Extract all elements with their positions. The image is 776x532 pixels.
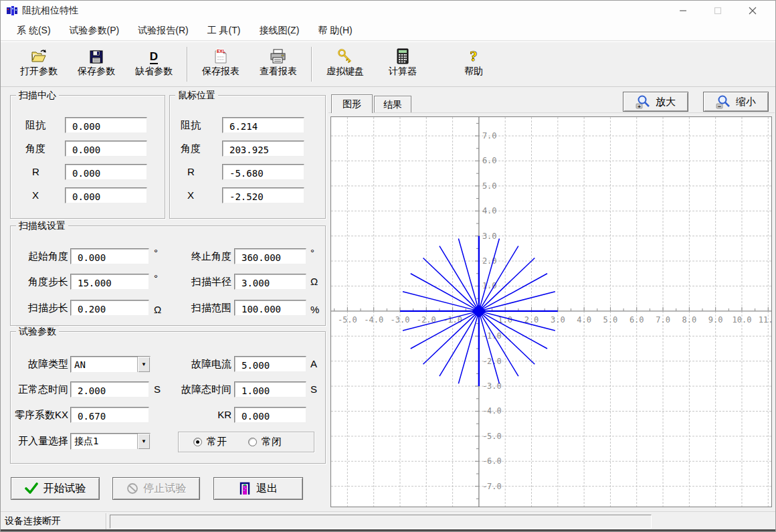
scan-line-group: 扫描线设置 起始角度 ° 终止角度 ° 角度步长 ° 扫描半径 Ω 扫描步长 Ω… [10, 226, 326, 326]
menu-system[interactable]: 系 统(S) [7, 21, 60, 40]
close-icon [749, 7, 757, 15]
stop-test-button: 停止试验 [112, 477, 200, 500]
window-title: 阻抗相位特性 [22, 5, 78, 17]
status-divider [106, 513, 107, 529]
scan-step-input[interactable] [74, 302, 146, 315]
impedance-chart-svg: -6.0-5.0-4.0-3.0-2.0-1.01.02.03.04.05.06… [331, 117, 771, 507]
scan-center-angle-label: 角度 [25, 141, 45, 157]
end-angle-input[interactable] [238, 250, 303, 264]
mouse-position-group: 鼠标位置 阻抗 角度 R X [169, 95, 326, 219]
save-params-button[interactable]: 保存参数 [68, 45, 125, 84]
menu-test-params[interactable]: 试验参数(P) [60, 21, 129, 40]
minimize-icon [679, 7, 687, 15]
test-params-group: 试验参数 故障类型 AN ▼ 故障电流 A 正常态时间 S 故障态时间 S 零序… [10, 331, 326, 464]
start-angle-input[interactable] [74, 250, 146, 264]
normal-time-input[interactable] [74, 383, 146, 397]
toolbar-separator [187, 47, 188, 82]
mouse-impedance-value [226, 119, 301, 132]
kx-label: 零序系数KX [11, 407, 68, 423]
status-bar: 设备连接断开 [1, 511, 775, 531]
svg-text:5.0: 5.0 [603, 315, 618, 325]
question-mark-icon: ? [467, 47, 480, 64]
svg-text:11.0: 11.0 [759, 315, 771, 325]
scan-center-r-input[interactable] [69, 166, 144, 179]
normal-time-unit: S [154, 381, 161, 397]
calculator-button[interactable]: 计算器 [374, 45, 431, 84]
tab-graph[interactable]: 图形 [331, 94, 373, 113]
app-window: 阻抗相位特性 系 统(S) 试验参数(P) 试验报告(R) 工 具(T) 接线图… [0, 0, 776, 532]
maximize-button[interactable] [700, 1, 735, 21]
save-report-button[interactable]: EXL 保存报表 [192, 45, 250, 84]
start-angle-unit: ° [154, 245, 158, 261]
exit-button[interactable]: 退出 [213, 477, 303, 500]
chevron-down-icon[interactable]: ▼ [137, 434, 150, 449]
end-angle-label: 终止角度 [178, 248, 231, 264]
scan-center-x-input[interactable] [69, 189, 144, 203]
mouse-angle-value [226, 143, 301, 156]
fault-type-label: 故障类型 [15, 356, 68, 372]
zoom-in-magnifier-icon: + [636, 94, 650, 109]
menu-tools[interactable]: 工 具(T) [198, 21, 250, 40]
svg-text:7.0: 7.0 [656, 315, 670, 325]
fault-current-input[interactable] [238, 358, 303, 371]
svg-text:5.0: 5.0 [482, 181, 497, 191]
device-status-text: 设备连接断开 [5, 515, 61, 527]
scan-range-input[interactable] [238, 302, 303, 315]
normally-open-radio[interactable]: 常开 [193, 436, 227, 448]
impedance-chart[interactable]: -6.0-5.0-4.0-3.0-2.0-1.01.02.03.04.05.06… [330, 116, 772, 507]
toolbar: 打开参数 保存参数 D 缺省参数 [1, 41, 775, 87]
scan-center-x-label: X [32, 187, 39, 203]
open-params-button[interactable]: 打开参数 [10, 45, 68, 84]
calculator-icon [397, 47, 409, 64]
kx-input[interactable] [74, 409, 146, 422]
scan-center-angle-input[interactable] [69, 143, 144, 156]
default-params-icon: D [150, 47, 158, 64]
svg-text:-4.0: -4.0 [364, 315, 383, 325]
zoom-out-magnifier-icon: − [716, 94, 731, 109]
svg-text:-5.0: -5.0 [338, 315, 357, 325]
open-folder-icon [30, 47, 47, 64]
menu-help[interactable]: 帮 助(H) [308, 21, 361, 40]
mouse-x-value [226, 189, 301, 203]
mouse-angle-label: 角度 [181, 141, 201, 157]
svg-text:4.0: 4.0 [577, 315, 591, 325]
zoom-in-button[interactable]: + 放大 [623, 92, 688, 112]
help-button[interactable]: ? 帮助 [445, 45, 502, 84]
fault-time-input[interactable] [238, 383, 303, 397]
default-params-button[interactable]: D 缺省参数 [125, 45, 183, 84]
scan-range-label: 扫描范围 [178, 300, 231, 316]
mouse-position-title: 鼠标位置 [175, 90, 218, 101]
virtual-keyboard-button[interactable]: 虚拟键盘 [316, 45, 374, 84]
scan-center-impedance-input[interactable] [69, 119, 144, 132]
mouse-r-value [226, 166, 301, 179]
scan-radius-input[interactable] [238, 276, 303, 289]
svg-text:-5.0: -5.0 [482, 432, 502, 441]
fault-time-label: 故障态时间 [174, 381, 231, 397]
svg-text:+: + [638, 104, 641, 110]
normally-closed-radio[interactable]: 常闭 [248, 436, 282, 448]
scan-line-title: 扫描线设置 [16, 220, 68, 232]
fault-type-select[interactable]: AN ▼ [70, 356, 151, 373]
mouse-impedance-label: 阻抗 [181, 117, 201, 133]
start-test-button[interactable]: 开始试验 [11, 477, 100, 500]
fault-current-unit: A [310, 356, 317, 372]
menu-test-report[interactable]: 试验报告(R) [128, 21, 197, 40]
svg-text:4.0: 4.0 [482, 206, 497, 215]
close-button[interactable] [735, 1, 770, 21]
svg-text:2.0: 2.0 [482, 256, 497, 266]
input-select-combo[interactable]: 接点1 ▼ [70, 433, 151, 450]
zoom-out-button[interactable]: − 缩小 [703, 92, 769, 112]
scan-radius-label: 扫描半径 [178, 274, 231, 290]
menu-wiring-diagram[interactable]: 接线图(Z) [250, 21, 308, 40]
scan-step-label: 扫描步长 [15, 300, 68, 316]
minimize-button[interactable] [666, 1, 700, 21]
view-report-button[interactable]: 查看报表 [250, 45, 307, 84]
angle-step-input[interactable] [74, 276, 146, 289]
tab-result[interactable]: 结果 [374, 96, 411, 113]
chevron-down-icon[interactable]: ▼ [137, 357, 150, 372]
scan-center-r-label: R [32, 164, 39, 180]
kr-input[interactable] [238, 409, 303, 422]
svg-text:-4.0: -4.0 [482, 406, 502, 416]
fault-time-unit: S [310, 381, 317, 397]
exit-door-icon [239, 482, 251, 495]
